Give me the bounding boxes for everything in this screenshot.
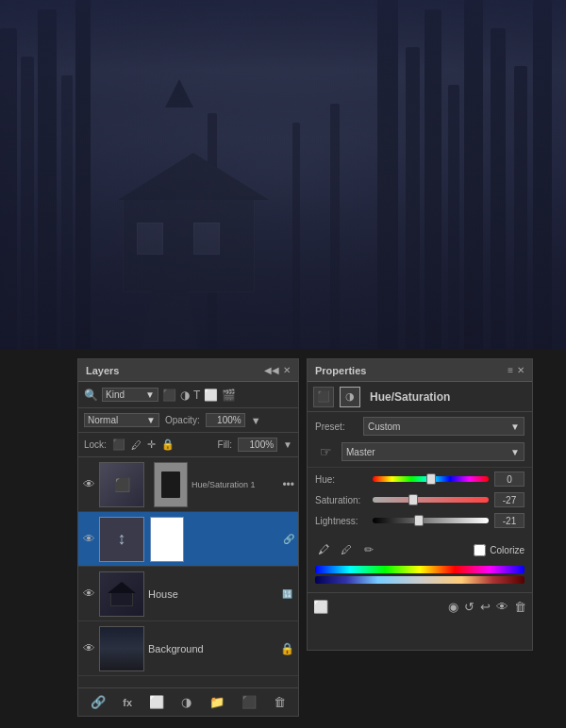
- sliders-section: Hue: 0 Saturation: -27 Lightness:: [308, 467, 532, 538]
- kind-dropdown-arrow: ▼: [145, 389, 155, 400]
- pixel-filter-icon[interactable]: ⬛: [162, 389, 176, 402]
- house-thumb: [100, 572, 143, 616]
- hue-slider[interactable]: [373, 473, 489, 485]
- text-filter-icon[interactable]: T: [193, 389, 200, 402]
- properties-menu-icon[interactable]: ≡: [508, 365, 513, 375]
- collapse-icon[interactable]: ◀◀: [264, 365, 279, 375]
- fx-button[interactable]: fx: [123, 697, 132, 708]
- fill-arrow: ▼: [283, 439, 292, 450]
- layer-name: House: [148, 588, 278, 600]
- preset-row: Preset: Custom ▼: [308, 412, 532, 440]
- clip-icon[interactable]: ⬜: [313, 600, 328, 614]
- adj-thumb: ⬛: [100, 463, 143, 506]
- lock-row: Lock: ⬛ 🖊 ✛ 🔒 Fill: 100% ▼: [78, 433, 298, 457]
- layer-row[interactable]: 👁 Background 🔒: [78, 621, 298, 676]
- layer-more-btn[interactable]: •••: [282, 478, 294, 491]
- eyedropper-minus-icon[interactable]: ✏: [360, 541, 377, 558]
- hand-tool-icon[interactable]: ☞: [315, 441, 336, 462]
- properties-bottom-left: ⬜: [313, 600, 328, 614]
- lock-pixel-icon[interactable]: ⬛: [112, 438, 125, 451]
- saturation-slider[interactable]: [373, 494, 489, 505]
- properties-panel: Properties ≡ ✕ ⬛ ◑ Hue/Saturation Preset…: [307, 358, 533, 651]
- properties-header-icons: ≡ ✕: [508, 365, 524, 375]
- opacity-label: Opacity:: [165, 415, 200, 425]
- preset-label: Preset:: [315, 422, 358, 432]
- adjustment-button[interactable]: ◑: [181, 695, 191, 709]
- layer-lock-icon: 🔒: [280, 642, 294, 655]
- hue-row: Hue: 0: [315, 472, 524, 487]
- shape-filter-icon[interactable]: ⬜: [204, 389, 218, 402]
- layer-visibility-toggle[interactable]: 👁: [82, 532, 95, 546]
- visibility-icon[interactable]: 👁: [496, 600, 508, 614]
- delete-layer-button[interactable]: 🗑: [274, 695, 286, 709]
- properties-tab-image[interactable]: ⬛: [313, 387, 334, 407]
- layer-visibility-toggle[interactable]: 👁: [82, 587, 95, 601]
- refresh-icon[interactable]: ↺: [464, 600, 474, 614]
- group-button[interactable]: 📁: [209, 695, 225, 709]
- layer-thumbnail: [99, 571, 144, 617]
- saturation-label: Saturation:: [315, 495, 367, 505]
- light-track: [373, 518, 489, 523]
- channel-dropdown[interactable]: Master ▼: [341, 442, 524, 461]
- layer-row[interactable]: 👁 ↕ 🔗: [78, 512, 298, 567]
- hue-thumb[interactable]: [426, 473, 436, 485]
- hue-label: Hue:: [315, 474, 367, 485]
- colorize-row: 🖍 🖊 ✏ Colorize: [308, 538, 532, 562]
- blend-dropdown-arrow: ▼: [146, 415, 156, 425]
- layer-row[interactable]: 👁 ⬛ Hue/Saturation 1 •••: [78, 457, 298, 512]
- lock-all-icon[interactable]: 🔒: [161, 438, 175, 451]
- properties-tab-adjustment[interactable]: ◑: [340, 387, 360, 407]
- channel-row: ☞ Master ▼: [308, 440, 532, 467]
- layers-panel-title: Layers: [86, 365, 119, 376]
- layer-visibility-toggle[interactable]: 👁: [82, 477, 95, 491]
- layer-info: House: [148, 588, 278, 600]
- fill-label: Fill:: [218, 439, 233, 450]
- delete-icon[interactable]: 🗑: [514, 600, 526, 614]
- layer-thumbnail: ⬛: [99, 462, 144, 507]
- lightness-slider[interactable]: [373, 515, 489, 526]
- layers-panel-header: Layers ◀◀ ✕: [78, 359, 298, 382]
- opacity-value[interactable]: 100%: [206, 413, 245, 427]
- image-tab-icon: ⬛: [317, 390, 330, 403]
- adjustment-tab-icon: ◑: [345, 390, 355, 403]
- layers-panel: Layers ◀◀ ✕ 🔍 Kind ▼ ⬛ ◑ T ⬜ 🎬 Normal ▼ …: [77, 358, 299, 717]
- fill-value[interactable]: 100%: [238, 438, 277, 452]
- lightness-row: Lightness: -21: [315, 513, 524, 528]
- eyedropper-icon[interactable]: 🖍: [315, 541, 332, 558]
- undo-icon[interactable]: ↩: [480, 600, 491, 614]
- color-bars: [308, 562, 532, 592]
- background-photo: [0, 0, 566, 349]
- mask-button[interactable]: ⬜: [149, 695, 164, 709]
- properties-close-icon[interactable]: ✕: [517, 365, 524, 375]
- adjust-filter-icon[interactable]: ◑: [180, 389, 190, 402]
- saturation-value[interactable]: -27: [494, 492, 524, 507]
- smart-filter-icon[interactable]: 🎬: [222, 389, 236, 402]
- prev-icon[interactable]: ◉: [448, 600, 458, 614]
- search-icon[interactable]: 🔍: [84, 389, 98, 402]
- lock-paint-icon[interactable]: 🖊: [131, 439, 142, 451]
- preset-dropdown[interactable]: Custom ▼: [363, 417, 524, 436]
- layer-thumbnail: ↕: [99, 517, 144, 562]
- spectrum-bar: [315, 566, 524, 573]
- close-icon[interactable]: ✕: [283, 365, 291, 375]
- layer-row[interactable]: 👁 House 🔢: [78, 567, 298, 621]
- colorize-checkbox-group[interactable]: Colorize: [474, 544, 524, 556]
- channel-dropdown-arrow: ▼: [510, 447, 520, 457]
- colorize-checkbox[interactable]: [474, 544, 486, 556]
- kind-dropdown[interactable]: Kind ▼: [102, 388, 158, 402]
- sat-thumb[interactable]: [408, 494, 418, 505]
- layer-visibility-toggle[interactable]: 👁: [82, 641, 95, 655]
- layers-bottom-toolbar: 🔗 fx ⬜ ◑ 📁 ⬛ 🗑: [78, 687, 298, 716]
- link-button[interactable]: 🔗: [91, 695, 106, 709]
- layer-info: Background: [148, 643, 276, 654]
- lock-position-icon[interactable]: ✛: [147, 438, 156, 451]
- hue-value[interactable]: 0: [494, 472, 524, 487]
- lightness-value[interactable]: -21: [494, 513, 524, 528]
- properties-header: Properties ≡ ✕: [308, 359, 532, 382]
- new-layer-button[interactable]: ⬛: [241, 695, 257, 709]
- properties-tabs: ⬛ ◑ Hue/Saturation: [308, 382, 532, 412]
- eyedropper-plus-icon[interactable]: 🖊: [338, 541, 355, 558]
- layers-list: 👁 ⬛ Hue/Saturation 1 ••• 👁 ↕: [78, 457, 298, 687]
- blend-mode-dropdown[interactable]: Normal ▼: [84, 413, 159, 427]
- light-thumb[interactable]: [414, 515, 424, 526]
